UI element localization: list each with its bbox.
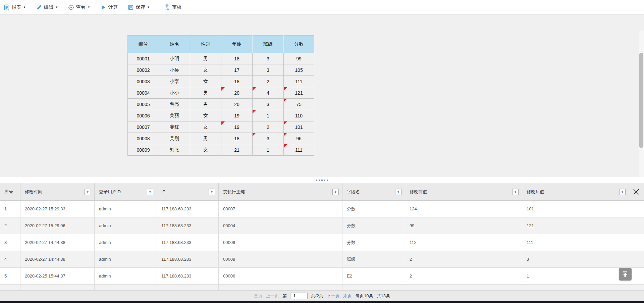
report-cell[interactable]: 3 xyxy=(253,99,284,110)
audit-log-row[interactable]: 32020-02-27 14:44:38admin117.188.68.2330… xyxy=(0,234,644,251)
report-menu-button[interactable]: 报表 ▼ xyxy=(3,4,26,11)
report-cell[interactable]: 19 xyxy=(221,121,253,133)
report-cell[interactable]: 99 xyxy=(284,53,314,64)
report-cell[interactable]: 00009 xyxy=(128,144,159,156)
report-cell[interactable]: 20 xyxy=(221,87,253,99)
report-cell[interactable]: 2 xyxy=(253,76,284,87)
calculate-button[interactable]: 计算 xyxy=(100,4,118,11)
report-cell[interactable]: 17 xyxy=(221,64,253,76)
column-filter-dropdown-button[interactable]: ▼ xyxy=(512,189,519,195)
save-menu-button[interactable]: 保存 ▼ xyxy=(127,4,150,11)
audit-body: 12020-02-27 15:29:33admin117.188.68.2330… xyxy=(0,201,644,290)
audit-column-header[interactable]: 序号 xyxy=(0,183,20,200)
column-filter-dropdown-button[interactable]: ▼ xyxy=(332,189,339,195)
column-filter-dropdown-button[interactable]: ▼ xyxy=(619,189,626,195)
report-cell[interactable]: 女 xyxy=(190,121,221,133)
vertical-scrollbar[interactable] xyxy=(639,31,644,192)
back-to-top-button[interactable] xyxy=(619,268,632,281)
view-menu-button[interactable]: 查看 ▼ xyxy=(68,4,90,11)
report-cell[interactable]: 96 xyxy=(284,133,314,144)
column-filter-dropdown-button[interactable]: ▼ xyxy=(147,189,153,195)
audit-button[interactable]: 审核 xyxy=(164,4,181,11)
report-cell[interactable]: 00006 xyxy=(128,110,159,121)
report-cell[interactable]: 男 xyxy=(190,133,221,144)
report-cell[interactable]: 3 xyxy=(253,133,284,144)
report-column-header[interactable]: 年龄 xyxy=(221,36,253,53)
report-cell[interactable]: 女 xyxy=(190,144,221,156)
audit-log-row[interactable]: 22020-02-27 15:29:06admin117.188.68.2330… xyxy=(0,217,644,234)
report-cell[interactable]: 19 xyxy=(221,110,253,121)
report-cell[interactable]: 1 xyxy=(253,144,284,156)
report-cell[interactable]: 00004 xyxy=(128,87,159,99)
report-cell[interactable]: 18 xyxy=(221,133,253,144)
audit-cell: 6 xyxy=(0,285,20,290)
report-cell[interactable]: 111 xyxy=(284,76,314,87)
report-cell[interactable]: 00002 xyxy=(128,64,159,76)
report-cell[interactable]: 吴刚 xyxy=(159,133,190,144)
report-cell[interactable]: 美丽 xyxy=(159,110,190,121)
column-filter-dropdown-button[interactable]: ▼ xyxy=(85,189,91,195)
report-cell[interactable]: 110 xyxy=(284,110,314,121)
report-cell[interactable]: 小明 xyxy=(159,53,190,64)
report-cell[interactable]: 2 xyxy=(253,121,284,133)
report-cell[interactable]: 女 xyxy=(190,64,221,76)
report-cell[interactable]: 1 xyxy=(253,110,284,121)
report-cell[interactable]: 75 xyxy=(284,99,314,110)
report-cell[interactable]: 00001 xyxy=(128,53,159,64)
report-cell[interactable]: 刘飞 xyxy=(159,144,190,156)
audit-column-header[interactable]: IP▼ xyxy=(157,183,219,200)
audit-column-header[interactable]: 字段名▼ xyxy=(342,183,405,200)
report-cell[interactable]: 00008 xyxy=(128,133,159,144)
report-cell[interactable]: 121 xyxy=(284,87,314,99)
audit-log-row[interactable]: 12020-02-27 15:29:33admin117.188.68.2330… xyxy=(0,201,644,217)
page-number-input[interactable] xyxy=(290,293,308,299)
audit-column-header[interactable]: 修改时间▼ xyxy=(20,183,95,200)
prev-page-link[interactable]: 上一页 xyxy=(266,293,279,299)
report-cell[interactable]: 男 xyxy=(190,87,221,99)
report-column-header[interactable]: 性别 xyxy=(190,36,221,53)
report-column-header[interactable]: 班级 xyxy=(253,36,284,53)
report-cell[interactable]: 4 xyxy=(253,87,284,99)
report-column-header[interactable]: 分数 xyxy=(284,36,314,53)
next-page-link[interactable]: 下一页 xyxy=(327,293,340,299)
audit-column-header[interactable]: 变长行主键▼ xyxy=(219,183,342,200)
report-column-header[interactable]: 姓名 xyxy=(159,36,190,53)
report-cell[interactable]: 男 xyxy=(190,99,221,110)
audit-log-row[interactable]: 52020-02-25 15:44:37admin117.188.68.2330… xyxy=(0,268,644,285)
scrollbar-thumb[interactable] xyxy=(639,53,643,148)
audit-log-row[interactable]: 62020-02-25 15:44:06admin117.188.68.2330… xyxy=(0,285,644,290)
audit-column-header[interactable]: 修改后值▼ xyxy=(522,183,644,200)
split-drag-handle[interactable] xyxy=(0,177,644,183)
audit-column-header[interactable]: 登录用户ID▼ xyxy=(95,183,157,200)
report-cell[interactable]: 105 xyxy=(284,64,314,76)
report-cell[interactable]: 男 xyxy=(190,53,221,64)
edit-menu-button[interactable]: 编辑 ▼ xyxy=(36,4,58,11)
report-cell[interactable]: 00005 xyxy=(128,99,159,110)
report-cell[interactable]: 小李 xyxy=(159,76,190,87)
report-cell[interactable]: 101 xyxy=(284,121,314,133)
report-column-header[interactable]: 编号 xyxy=(128,36,159,53)
report-cell[interactable]: 18 xyxy=(221,53,253,64)
report-cell[interactable]: 小吴 xyxy=(159,64,190,76)
report-cell[interactable]: 女 xyxy=(190,110,221,121)
report-cell[interactable]: 00003 xyxy=(128,76,159,87)
report-cell[interactable]: 18 xyxy=(221,76,253,87)
report-cell[interactable]: 菲红 xyxy=(159,121,190,133)
report-cell[interactable]: 女 xyxy=(190,76,221,87)
column-filter-dropdown-button[interactable]: ▼ xyxy=(395,189,401,195)
audit-column-header[interactable]: 修改前值▼ xyxy=(405,183,522,200)
column-filter-dropdown-button[interactable]: ▼ xyxy=(209,189,215,195)
close-audit-panel-button[interactable] xyxy=(632,188,640,196)
close-icon xyxy=(633,189,639,195)
report-cell[interactable]: 111 xyxy=(284,144,314,156)
report-cell[interactable]: 3 xyxy=(253,64,284,76)
report-cell[interactable]: 20 xyxy=(221,99,253,110)
audit-log-row[interactable]: 42020-02-27 14:44:38admin117.188.68.2330… xyxy=(0,251,644,268)
report-cell[interactable]: 00007 xyxy=(128,121,159,133)
report-cell[interactable]: 21 xyxy=(221,144,253,156)
report-cell[interactable]: 明亮 xyxy=(159,99,190,110)
report-cell[interactable]: 小小 xyxy=(159,87,190,99)
last-page-link[interactable]: 末页 xyxy=(343,293,352,299)
first-page-link[interactable]: 首页 xyxy=(254,293,263,299)
report-cell[interactable]: 3 xyxy=(253,53,284,64)
